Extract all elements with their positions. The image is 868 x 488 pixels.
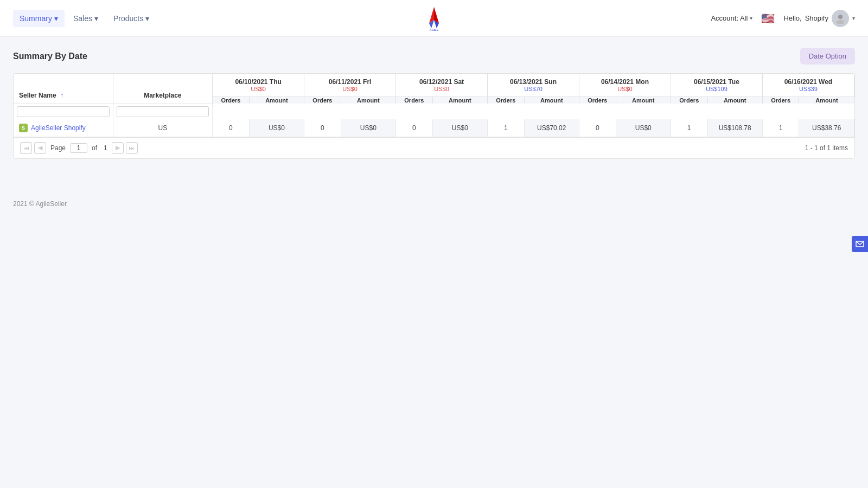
- th-orders-6: Orders: [762, 97, 799, 104]
- th-date-3: 06/13/2021 Sun US$70: [488, 74, 579, 97]
- sort-icon[interactable]: ↑: [60, 92, 63, 99]
- page-label: Page: [50, 144, 66, 152]
- orders-4: 0: [579, 119, 616, 137]
- th-date-0: 06/10/2021 Thu US$0: [213, 74, 304, 97]
- nav-left: Summary ▾ Sales ▾ Products ▾: [13, 10, 156, 27]
- items-count: 1 - 1 of 1 items: [805, 144, 848, 152]
- products-chevron-icon: ▾: [145, 14, 149, 23]
- amount-1: US$0: [341, 119, 395, 137]
- hello-label: Hello,: [783, 14, 801, 22]
- user-name: Shopify: [805, 14, 828, 22]
- table-filter-row: [14, 104, 854, 119]
- th-date-4: 06/14/2021 Mon US$0: [579, 74, 671, 97]
- th-date-2: 06/12/2021 Sat US$0: [396, 74, 488, 97]
- th-orders-1: Orders: [304, 97, 341, 104]
- th-amount-1: Amount: [341, 97, 395, 104]
- flag-icon[interactable]: 🇺🇸: [761, 12, 775, 25]
- footer-text: 2021 © AgileSeller: [13, 200, 67, 208]
- th-amount-5: Amount: [707, 97, 762, 104]
- seller-name-filter[interactable]: [17, 106, 110, 117]
- section-header: Summary By Date Date Option: [13, 48, 855, 65]
- th-amount-0: Amount: [249, 97, 304, 104]
- th-seller-name: Seller Name ↑: [14, 74, 113, 104]
- user-info[interactable]: Hello, Shopify ▾: [783, 10, 855, 27]
- date-option-button[interactable]: Date Option: [800, 48, 855, 65]
- nav-item-summary[interactable]: Summary ▾: [13, 10, 65, 27]
- th-orders-0: Orders: [213, 97, 250, 104]
- th-orders-2: Orders: [396, 97, 433, 104]
- seller-name: AgileSeller Shopify: [31, 124, 86, 132]
- nav-products-label: Products: [113, 14, 143, 23]
- orders-1: 0: [304, 119, 341, 137]
- total-pages: 1: [104, 144, 107, 152]
- table-row: S AgileSeller Shopify US 0 US$0 0 US$0 0…: [14, 119, 854, 137]
- pagination: ⏮ ◀ Page of 1 ▶ ⏭ 1 - 1 of 1 items: [14, 137, 854, 158]
- account-selector[interactable]: Account: All ▾: [711, 14, 752, 22]
- th-amount-6: Amount: [799, 97, 854, 104]
- table-container: Seller Name ↑ Marketplace 06/10/2021 Thu…: [13, 73, 855, 159]
- th-amount-3: Amount: [524, 97, 579, 104]
- summary-table: Seller Name ↑ Marketplace 06/10/2021 Thu…: [14, 74, 854, 137]
- svg-point-6: [837, 20, 844, 24]
- amount-6: US$38.76: [799, 119, 854, 137]
- of-label: of: [92, 144, 97, 152]
- orders-0: 0: [213, 119, 250, 137]
- orders-3: 1: [488, 119, 525, 137]
- nav-sales-label: Sales: [73, 14, 92, 23]
- orders-5: 1: [671, 119, 707, 137]
- seller-name-cell[interactable]: S AgileSeller Shopify: [19, 124, 107, 132]
- svg-point-5: [838, 15, 843, 19]
- orders-6: 1: [762, 119, 799, 137]
- th-orders-3: Orders: [488, 97, 525, 104]
- table-header-row-dates: Seller Name ↑ Marketplace 06/10/2021 Thu…: [14, 74, 854, 97]
- amount-3: US$70.02: [524, 119, 579, 137]
- amount-4: US$0: [616, 119, 671, 137]
- th-date-1: 06/11/2021 Fri US$0: [304, 74, 396, 97]
- nav-logo: AGILE: [418, 4, 450, 33]
- page-title: Summary By Date: [13, 52, 87, 61]
- nav-item-products[interactable]: Products ▾: [107, 10, 156, 27]
- pagination-controls: ⏮ ◀ Page of 1 ▶ ⏭: [20, 142, 138, 154]
- main-content: Summary By Date Date Option Seller Name …: [0, 37, 868, 170]
- first-page-button[interactable]: ⏮: [20, 142, 32, 154]
- account-chevron-icon: ▾: [750, 15, 752, 21]
- account-label: Account: All: [711, 14, 748, 22]
- last-page-button[interactable]: ⏭: [126, 142, 138, 154]
- nav-right: Account: All ▾ 🇺🇸 Hello, Shopify ▾: [711, 10, 855, 27]
- avatar: [832, 10, 849, 27]
- amount-2: US$0: [432, 119, 487, 137]
- amount-0: US$0: [249, 119, 304, 137]
- footer: 2021 © AgileSeller: [0, 191, 868, 216]
- th-amount-4: Amount: [616, 97, 671, 104]
- th-marketplace: Marketplace: [113, 74, 213, 104]
- nav-item-sales[interactable]: Sales ▾: [67, 10, 105, 27]
- next-page-button[interactable]: ▶: [112, 142, 124, 154]
- amount-5: US$108.78: [707, 119, 762, 137]
- th-date-6: 06/16/2021 Wed US$39: [762, 74, 854, 97]
- shopify-icon: S: [19, 124, 28, 132]
- th-amount-2: Amount: [432, 97, 487, 104]
- th-orders-5: Orders: [671, 97, 707, 104]
- navbar: Summary ▾ Sales ▾ Products ▾ AGILE Accou…: [0, 0, 868, 37]
- orders-2: 0: [396, 119, 433, 137]
- th-date-5: 06/15/2021 Tue US$109: [671, 74, 762, 97]
- page-number-input[interactable]: [70, 143, 87, 153]
- marketplace-cell: US: [113, 119, 213, 137]
- marketplace-filter[interactable]: [117, 106, 209, 117]
- th-orders-4: Orders: [579, 97, 616, 104]
- user-chevron-icon: ▾: [852, 15, 855, 21]
- prev-page-button[interactable]: ◀: [34, 142, 46, 154]
- summary-chevron-icon: ▾: [54, 14, 58, 23]
- nav-summary-label: Summary: [20, 14, 52, 23]
- sales-chevron-icon: ▾: [94, 14, 98, 23]
- svg-text:AGILE: AGILE: [430, 28, 439, 31]
